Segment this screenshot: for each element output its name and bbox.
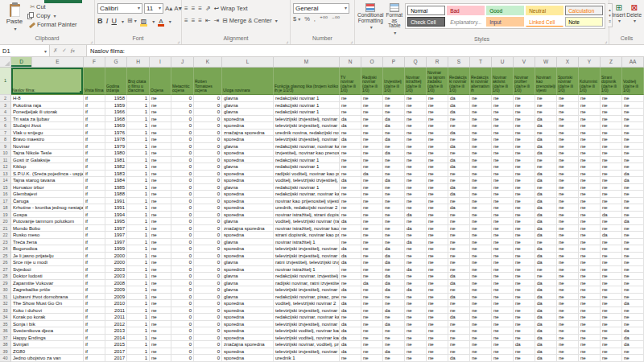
cell[interactable]: Bogorodica bbox=[11, 245, 84, 253]
cell[interactable]: ne bbox=[622, 122, 644, 130]
cell[interactable]: ne bbox=[622, 212, 644, 219]
cell[interactable]: 1 bbox=[127, 95, 150, 102]
cell[interactable]: ne bbox=[579, 212, 601, 219]
cell[interactable]: ne bbox=[622, 143, 644, 150]
column-letter-R[interactable]: R bbox=[427, 57, 448, 67]
cell[interactable]: if bbox=[84, 245, 105, 253]
cell[interactable]: if bbox=[84, 355, 105, 362]
cell[interactable]: ne bbox=[448, 321, 470, 328]
cell[interactable]: ne bbox=[557, 266, 579, 274]
cell[interactable]: ne bbox=[579, 245, 601, 253]
row-number[interactable]: 15 bbox=[0, 184, 11, 191]
cell[interactable]: ne bbox=[470, 116, 492, 123]
cell[interactable]: ne bbox=[579, 136, 601, 143]
cell[interactable]: da bbox=[340, 177, 361, 184]
cell[interactable]: 0 bbox=[171, 122, 194, 130]
header-cell[interactable]: Broj citata o filmu u člancima bbox=[127, 68, 150, 95]
cell[interactable]: ne bbox=[405, 150, 427, 157]
paste-button[interactable]: Paste ▾ bbox=[2, 3, 27, 31]
cell[interactable]: ne bbox=[492, 266, 514, 274]
row-number[interactable]: 6 bbox=[0, 122, 11, 130]
cell[interactable]: 0 bbox=[194, 321, 222, 328]
cell[interactable]: 0 bbox=[194, 102, 222, 109]
cell[interactable]: da bbox=[535, 150, 557, 157]
column-letter-L[interactable]: L bbox=[222, 57, 274, 67]
align-right-icon[interactable]: ≡ bbox=[198, 17, 202, 24]
cell[interactable]: da bbox=[535, 191, 557, 198]
cell[interactable]: ne bbox=[601, 218, 622, 225]
cell[interactable]: sporedna bbox=[222, 355, 274, 362]
cell[interactable]: 0 bbox=[171, 341, 194, 348]
cell[interactable]: ne bbox=[405, 307, 427, 315]
cell[interactable]: ne bbox=[405, 300, 427, 307]
cell[interactable]: ne bbox=[383, 143, 405, 150]
cell[interactable]: da bbox=[383, 122, 405, 130]
cell[interactable]: 1 bbox=[127, 171, 150, 178]
cell[interactable]: 2003 bbox=[105, 273, 127, 280]
cell[interactable]: sporedna bbox=[222, 116, 274, 123]
cell[interactable]: ne bbox=[427, 294, 448, 301]
cell[interactable]: Svjedoci bbox=[11, 266, 84, 274]
cell[interactable]: 2014 bbox=[105, 335, 127, 342]
cell[interactable]: Je li jasno prijatelju bbox=[11, 253, 84, 260]
cell[interactable]: 0 bbox=[194, 307, 222, 315]
header-cell[interactable]: Novinari kao prenositelji vijesti bbox=[535, 68, 557, 95]
cell[interactable]: 0 bbox=[171, 163, 194, 171]
cell[interactable]: da bbox=[340, 341, 361, 348]
cell[interactable]: ne bbox=[361, 198, 383, 205]
cell[interactable]: 1982 bbox=[105, 163, 127, 171]
cell[interactable]: ne bbox=[448, 198, 470, 205]
cell[interactable]: ne bbox=[448, 171, 470, 178]
cell[interactable]: 0 bbox=[171, 245, 194, 253]
cell[interactable]: ne bbox=[470, 177, 492, 184]
cell[interactable]: ne bbox=[150, 95, 171, 102]
cell[interactable]: ne bbox=[150, 321, 171, 328]
cell[interactable]: ne bbox=[622, 198, 644, 205]
cell[interactable]: ne bbox=[405, 116, 427, 123]
cell[interactable]: ne bbox=[601, 286, 622, 294]
row-number[interactable]: 5 bbox=[0, 116, 11, 123]
cell[interactable]: ne bbox=[150, 286, 171, 294]
cell[interactable]: ne bbox=[448, 177, 470, 184]
cell[interactable]: ne bbox=[383, 232, 405, 239]
cell[interactable]: da bbox=[535, 225, 557, 232]
increase-decimal-icon[interactable]: ⁺⁰⁰ bbox=[320, 15, 328, 23]
cell[interactable]: ne bbox=[361, 294, 383, 301]
cell[interactable]: if bbox=[84, 327, 105, 335]
cell[interactable]: ne bbox=[448, 218, 470, 225]
cell[interactable]: ne bbox=[383, 191, 405, 198]
cell[interactable]: 1 bbox=[127, 273, 150, 280]
column-letter-Y[interactable]: Y bbox=[579, 57, 601, 67]
cell[interactable]: ne bbox=[557, 136, 579, 143]
cell[interactable]: ne bbox=[622, 95, 644, 102]
cell[interactable]: 0 bbox=[194, 130, 222, 137]
cell[interactable]: 0 bbox=[194, 157, 222, 164]
cell[interactable]: sporedna bbox=[222, 191, 274, 198]
cell[interactable]: ne bbox=[383, 341, 405, 348]
cell[interactable]: strani dopisnik, novinar kao pre bbox=[274, 232, 340, 239]
cell[interactable]: da bbox=[448, 314, 470, 321]
cell[interactable]: ne bbox=[448, 150, 470, 157]
cell[interactable]: ne bbox=[448, 122, 470, 130]
cell-style-explanatory-[interactable]: Explanatory... bbox=[447, 17, 485, 27]
cell[interactable]: da bbox=[383, 280, 405, 287]
cell[interactable]: ne bbox=[361, 341, 383, 348]
cell[interactable]: da bbox=[340, 218, 361, 225]
cell[interactable]: ne bbox=[492, 184, 514, 191]
cell[interactable]: ne bbox=[579, 300, 601, 307]
cell[interactable]: 0 bbox=[194, 348, 222, 356]
column-letter-D[interactable]: D bbox=[11, 57, 32, 67]
cell[interactable]: da bbox=[405, 286, 427, 294]
cell[interactable]: 0 bbox=[194, 150, 222, 157]
cell[interactable]: 1981 bbox=[105, 157, 127, 164]
cell[interactable]: ne bbox=[405, 335, 427, 342]
cell[interactable]: ne bbox=[383, 102, 405, 109]
cell[interactable]: 0 bbox=[171, 171, 194, 178]
cell[interactable]: da bbox=[448, 163, 470, 171]
cell[interactable]: ratni izvjestitelj, televizijski izvje bbox=[274, 259, 340, 266]
cell[interactable]: glavna bbox=[222, 280, 274, 287]
cell[interactable]: da bbox=[535, 212, 557, 219]
cell[interactable]: ne bbox=[361, 109, 383, 116]
cell[interactable]: televizijski izvjestitelj, novinar k bbox=[274, 245, 340, 253]
cell[interactable]: 1 bbox=[127, 280, 150, 287]
